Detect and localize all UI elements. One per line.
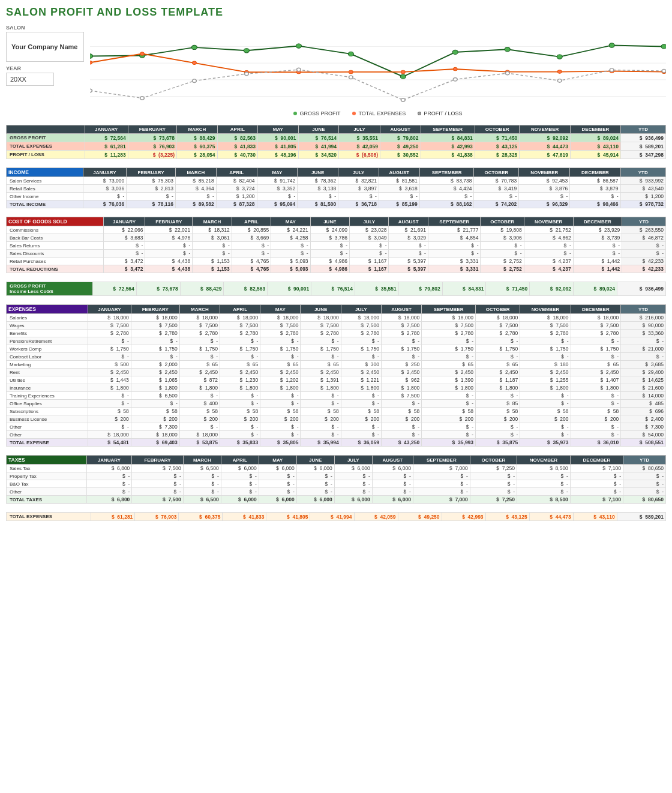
chart-legend: GROSS PROFIT TOTAL EXPENSES PROFIT / LOS… [90, 110, 666, 116]
table-row: Retail Purchases $ 3,472$ 4,438$ 1,153$ … [7, 258, 666, 265]
taxes-table: TAXES JANUARY FEBRUARY MARCH APRIL MAY J… [6, 455, 666, 504]
cogs-section-header: COST OF GOODS SOLD [7, 217, 104, 226]
cogs-table: COST OF GOODS SOLD JANUARY FEBRUARY MARC… [6, 217, 666, 273]
svg-point-30 [193, 79, 197, 83]
legend-profit-loss: PROFIT / LOSS [418, 110, 462, 116]
svg-point-10 [400, 74, 406, 79]
table-row: TOTAL REDUCTIONS $ 3,472$ 4,438$ 1,153$ … [7, 265, 666, 273]
table-row: Benefits $ 2,780$ 2,780$ 2,780$ 2,780$ 2… [7, 330, 666, 337]
table-row: TOTAL TAXES $ 6,800$ 7,500$ 6,500$ 6,000… [7, 496, 666, 504]
table-row: Subscriptions $ 58$ 58$ 58$ 58$ 58$ 58$ … [7, 408, 666, 415]
svg-point-12 [505, 47, 510, 52]
svg-point-13 [557, 55, 562, 59]
year-value: 20XX [6, 73, 54, 86]
table-row: TOTAL INCOME $ 76,036$ 78,116$ 89,582$ 8… [7, 201, 666, 208]
svg-point-25 [557, 70, 562, 74]
table-row: Commissions $ 22,066$ 22,021$ 18,312$ 20… [7, 226, 666, 234]
svg-point-15 [661, 44, 666, 49]
dec-header: DECEMBER [570, 125, 620, 134]
jul-header: JULY [339, 125, 380, 134]
table-row: Utilities $ 1,443$ 1,065$ 872$ 1,230$ 1,… [7, 376, 666, 384]
expenses-section: EXPENSES JANUARY FEBRUARY MARCH APRIL MA… [6, 304, 666, 447]
summary-label-header [7, 125, 85, 134]
company-name: Your Company Name [6, 32, 84, 62]
expenses-table: EXPENSES JANUARY FEBRUARY MARCH APRIL MA… [6, 304, 666, 447]
salon-label: SALON [6, 25, 84, 31]
sep-header: SEPTEMBER [421, 125, 475, 134]
table-row: TOTAL EXPENSE $ 54,481$ 69,403$ 53,875$ … [7, 439, 666, 447]
table-row: Office Supplies $ -$ -$ 400$ -$ -$ -$ -$… [7, 400, 666, 408]
table-row: Wages $ 7,500$ 7,500$ 7,500$ 7,500$ 7,50… [7, 322, 666, 330]
table-row: Other $ -$ 7,300$ -$ -$ -$ -$ -$ -$ -$ -… [7, 423, 666, 431]
cogs-section: COST OF GOODS SOLD JANUARY FEBRUARY MARC… [6, 217, 666, 273]
income-section: INCOME JANUARY FEBRUARY MARCH APRIL MAY … [6, 167, 666, 208]
svg-point-9 [348, 52, 353, 56]
gross-profit-table: GROSS PROFITIncome Less CoGS $ 72,564$ 7… [6, 282, 666, 296]
income-table: INCOME JANUARY FEBRUARY MARCH APRIL MAY … [6, 167, 666, 208]
table-row: Contract Labor $ -$ -$ -$ -$ -$ -$ -$ -$… [7, 353, 666, 361]
nov-header: NOVEMBER [520, 125, 571, 134]
taxes-section-header: TAXES [7, 456, 87, 465]
svg-point-32 [296, 68, 301, 71]
gross-profit-section: GROSS PROFITIncome Less CoGS $ 72,564$ 7… [6, 282, 666, 296]
svg-point-7 [244, 49, 249, 53]
feb-header: FEBRUARY [128, 125, 176, 134]
may-header: MAY [258, 125, 299, 134]
svg-point-22 [401, 70, 405, 74]
table-row: Other Income $ -$ -$ -$ 1,200$ -$ -$ -$ … [7, 193, 666, 201]
svg-point-37 [557, 79, 562, 83]
svg-point-18 [193, 61, 197, 65]
table-row: Sales Discounts $ -$ -$ -$ -$ -$ -$ -$ -… [7, 250, 666, 258]
table-row: TOTAL EXPENSES $ 61,281$ 76,903$ 60,375$… [7, 142, 666, 151]
table-row: Back Bar Costs $ 3,683$ 4,976$ 3,061$ 3,… [7, 234, 666, 242]
svg-point-35 [453, 78, 457, 82]
svg-point-21 [349, 70, 353, 74]
table-row: Sales Returns $ -$ -$ -$ -$ -$ -$ -$ -$ … [7, 242, 666, 250]
table-row: Business License $ 200$ 200$ 200$ 200$ 2… [7, 415, 666, 423]
apr-header: APRIL [217, 125, 258, 134]
table-row: Training Experiences $ -$ 6,500$ -$ -$ -… [7, 392, 666, 400]
mar-header: MARCH [177, 125, 218, 134]
table-row: Property Tax $ -$ -$ -$ -$ -$ -$ -$ -$ -… [7, 472, 666, 480]
jan-header: JANUARY [85, 125, 128, 134]
profit-loss-chart [90, 35, 666, 107]
table-row: Workers Comp $ 1,750$ 1,750$ 1,750$ 1,75… [7, 345, 666, 353]
table-row: Pension/Retirement $ -$ -$ -$ -$ -$ -$ -… [7, 337, 666, 345]
svg-point-36 [505, 71, 509, 75]
ytd-header: YTD [620, 125, 665, 134]
table-row: Rent $ 2,450$ 2,450$ 2,450$ 2,450$ 2,450… [7, 369, 666, 376]
total-expenses-final-table: TOTAL EXPENSES $ 61,281$ 76,903$ 60,375$… [6, 512, 666, 521]
page-title: SALON PROFIT AND LOSS TEMPLATE [6, 6, 666, 19]
table-row: Sales Tax $ 6,800$ 7,500$ 6,500$ 6,000$ … [7, 465, 666, 472]
svg-point-6 [191, 45, 197, 49]
oct-header: OCTOBER [475, 125, 520, 134]
gross-profit-income-row: GROSS PROFITIncome Less CoGS $ 72,564$ 7… [7, 282, 666, 296]
total-expenses-final-section: TOTAL EXPENSES $ 61,281$ 76,903$ 60,375$… [6, 512, 666, 521]
legend-gross-profit: GROSS PROFIT [293, 110, 340, 116]
expenses-section-header: EXPENSES [7, 305, 88, 314]
svg-point-16 [90, 61, 92, 64]
svg-point-14 [609, 43, 614, 47]
table-row: Other $ -$ -$ -$ -$ -$ -$ -$ -$ -$ -$ -$… [7, 488, 666, 496]
table-row: Other $ 18,000$ 18,000$ 18,000$ -$ -$ -$… [7, 431, 666, 439]
svg-point-38 [610, 68, 614, 72]
table-row: Insurance $ 1,800$ 1,800$ 1,800$ 1,800$ … [7, 384, 666, 392]
svg-point-33 [349, 76, 353, 79]
total-expenses-final-row: TOTAL EXPENSES $ 61,281$ 76,903$ 60,375$… [7, 513, 666, 521]
taxes-section: TAXES JANUARY FEBRUARY MARCH APRIL MAY J… [6, 455, 666, 504]
svg-point-4 [90, 54, 93, 58]
table-row: B&O Tax $ -$ -$ -$ -$ -$ -$ -$ -$ -$ -$ … [7, 480, 666, 488]
svg-point-29 [140, 97, 145, 100]
chart-area [90, 35, 666, 107]
svg-point-23 [453, 67, 457, 71]
svg-point-17 [140, 52, 145, 56]
year-label: YEAR [6, 65, 84, 71]
jun-header: JUNE [298, 125, 339, 134]
table-row: Salon Services $ 73,000$ 75,303$ 85,218$… [7, 177, 666, 185]
svg-point-28 [90, 89, 92, 92]
table-row: GROSS PROFIT $ 72,564$ 73,678$ 88,429$ 8… [7, 134, 666, 142]
income-section-header: INCOME [7, 168, 83, 177]
svg-point-8 [296, 44, 301, 48]
summary-table: JANUARY FEBRUARY MARCH APRIL MAY JUNE JU… [6, 125, 666, 159]
table-row: Retail Sales $ 3,036$ 2,813$ 4,364$ 3,72… [7, 185, 666, 193]
